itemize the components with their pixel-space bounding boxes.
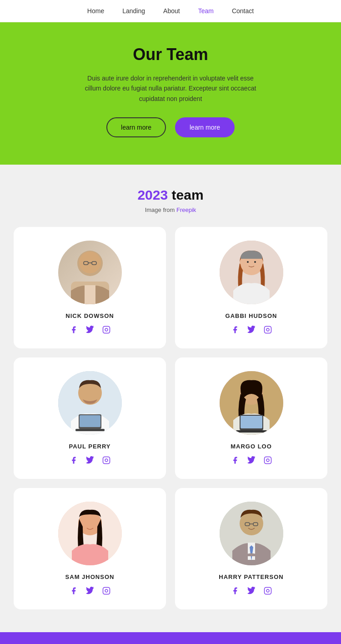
- svg-rect-27: [236, 430, 267, 433]
- twitter-icon-nick[interactable]: [85, 325, 95, 335]
- svg-rect-7: [103, 327, 110, 333]
- instagram-icon-margo[interactable]: [263, 455, 273, 465]
- team-section: 2023 team Image from Freepik: [0, 165, 341, 632]
- team-grid: NICK DOWSON: [14, 227, 327, 609]
- nav-team[interactable]: Team: [198, 7, 214, 15]
- hero-title: Our Team: [18, 45, 323, 64]
- hero-section: Our Team Duis aute irure dolor in repreh…: [0, 22, 341, 165]
- svg-rect-20: [75, 429, 105, 431]
- team-card-nick: NICK DOWSON: [14, 227, 166, 348]
- svg-point-13: [254, 261, 256, 263]
- name-paul: PAUL PERRY: [69, 443, 110, 450]
- contact-banner: Contact Us Today! Call us today +1 777 0…: [0, 632, 341, 644]
- facebook-icon-margo[interactable]: [230, 455, 240, 465]
- instagram-icon-paul[interactable]: [101, 455, 111, 465]
- team-subtext: Image from Freepik: [14, 206, 327, 213]
- social-icons-gabbi: [230, 325, 273, 335]
- hero-buttons: learn more learn more: [18, 117, 323, 137]
- twitter-icon-sam[interactable]: [85, 586, 95, 596]
- team-card-sam: SAM JHONSON: [14, 488, 166, 609]
- nav-home[interactable]: Home: [87, 7, 104, 15]
- hero-description: Duis aute irure dolor in reprehenderit i…: [84, 73, 257, 104]
- svg-rect-32: [103, 588, 110, 594]
- svg-rect-41: [264, 588, 271, 594]
- team-card-margo: MARGO LOO: [175, 357, 327, 479]
- twitter-icon-margo[interactable]: [246, 455, 256, 465]
- twitter-icon-paul[interactable]: [85, 455, 95, 465]
- twitter-icon-harry[interactable]: [246, 586, 256, 596]
- instagram-icon-nick[interactable]: [101, 325, 111, 335]
- social-icons-sam: [69, 586, 111, 596]
- social-icons-nick: [69, 325, 111, 335]
- facebook-icon-paul[interactable]: [69, 455, 79, 465]
- nav-landing[interactable]: Landing: [122, 7, 145, 15]
- team-word: team: [172, 187, 204, 202]
- instagram-icon-harry[interactable]: [263, 586, 273, 596]
- navigation: Home Landing About Team Contact: [0, 0, 341, 22]
- facebook-icon-harry[interactable]: [230, 586, 240, 596]
- svg-point-12: [247, 261, 249, 263]
- svg-rect-2: [85, 285, 95, 304]
- svg-point-3: [79, 252, 101, 273]
- team-card-harry: HARRY PATTERSON: [175, 488, 327, 609]
- svg-rect-21: [103, 457, 110, 464]
- name-margo: MARGO LOO: [231, 443, 272, 450]
- svg-rect-19: [80, 415, 100, 427]
- avatar-gabbi: [220, 241, 283, 304]
- social-icons-margo: [230, 455, 273, 465]
- name-sam: SAM JHONSON: [65, 574, 115, 580]
- social-icons-harry: [230, 586, 273, 596]
- team-heading: 2023 team: [14, 187, 327, 203]
- facebook-icon-gabbi[interactable]: [230, 325, 240, 335]
- name-harry: HARRY PATTERSON: [219, 574, 283, 580]
- facebook-icon-nick[interactable]: [69, 325, 79, 335]
- avatar-paul: [58, 371, 122, 435]
- nav-contact[interactable]: Contact: [232, 7, 254, 15]
- nav-about[interactable]: About: [163, 7, 180, 15]
- freepik-link[interactable]: Freepik: [176, 206, 196, 213]
- svg-rect-28: [264, 457, 271, 464]
- twitter-icon-gabbi[interactable]: [246, 325, 256, 335]
- avatar-nick: [58, 241, 122, 304]
- svg-rect-26: [241, 416, 262, 428]
- learn-more-filled-button[interactable]: learn more: [175, 117, 235, 137]
- avatar-harry: [220, 502, 283, 565]
- team-card-gabbi: GABBI HUDSON: [175, 227, 327, 348]
- svg-rect-14: [264, 327, 271, 333]
- instagram-icon-gabbi[interactable]: [263, 325, 273, 335]
- instagram-icon-sam[interactable]: [101, 586, 111, 596]
- name-gabbi: GABBI HUDSON: [226, 312, 277, 319]
- facebook-icon-sam[interactable]: [69, 586, 79, 596]
- team-card-paul: PAUL PERRY: [14, 357, 166, 479]
- learn-more-outline-button[interactable]: learn more: [106, 117, 166, 137]
- social-icons-paul: [69, 455, 111, 465]
- avatar-sam: [58, 502, 122, 565]
- name-nick: NICK DOWSON: [65, 312, 114, 319]
- avatar-margo: [220, 371, 283, 435]
- team-year: 2023: [137, 187, 168, 202]
